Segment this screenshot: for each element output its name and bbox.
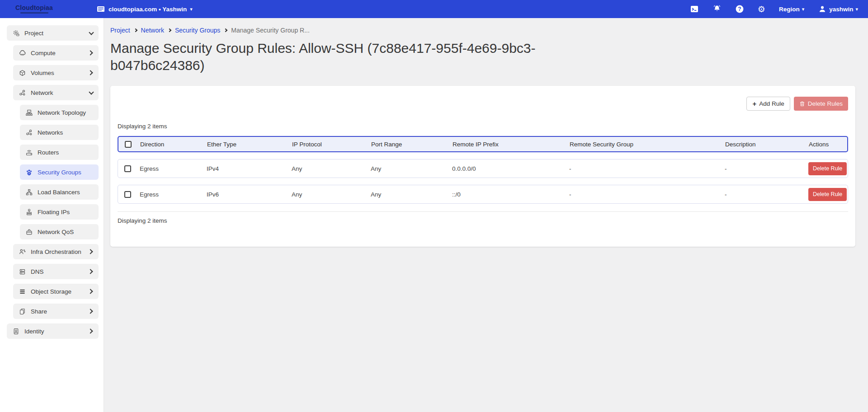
domain-project-label: cloudtopiaa.com • Yashwin [108,6,187,13]
dns-icon [19,268,26,276]
breadcrumb-project[interactable]: Project [110,27,130,34]
brand-logo-tagline [20,12,48,14]
user-menu[interactable]: yashwin ▾ [818,5,858,14]
sidebar-item-label: Network QoS [38,229,74,235]
cell-direction: Egress [140,191,207,198]
sidebar-navigation: Project Compute Volumes Network [0,18,104,412]
cell-remote-ip-prefix: ::/0 [452,191,569,198]
chevron-down-icon: ▾ [190,7,193,12]
chevron-down-icon [89,89,94,94]
sidebar-item-floating-ips[interactable]: Floating IPs [20,204,99,220]
sidebar-item-label: Network [31,89,53,96]
sidebar-item-label: Networks [38,129,63,136]
sidebar-item-share[interactable]: Share [13,304,99,319]
table-row: Egress IPv6 Any Any ::/0 - - Delete Rule [118,185,848,204]
add-rule-button[interactable]: + Add Rule [746,97,790,111]
sidebar-item-object-storage[interactable]: Object Storage [13,284,99,299]
column-header-remote-security-group: Remote Security Group [570,141,725,148]
breadcrumb-security-groups[interactable]: Security Groups [175,27,220,34]
sidebar-item-dns[interactable]: DNS [13,264,99,279]
chevron-down-icon: ▾ [855,7,858,12]
sidebar-item-label: Identity [24,328,44,335]
brand-logo-text: Cloudtopiaa [15,5,53,11]
top-navigation-bar: Cloudtopiaa cloudtopiaa.com • Yashwin ▾ … [0,0,868,18]
sidebar-item-label: Routers [38,149,59,156]
delete-rule-button[interactable]: Delete Rule [808,188,847,201]
svg-text:?: ? [738,6,741,12]
domain-project-switcher[interactable]: cloudtopiaa.com • Yashwin ▾ [96,5,193,14]
column-header-port-range: Port Range [371,141,453,148]
topbar-actions: ? ⚙ Region ▾ yashwin ▾ [690,5,868,14]
trash-icon [799,101,805,107]
domain-list-icon [96,5,105,14]
sidebar-item-project[interactable]: Project [7,25,99,41]
sidebar-item-compute[interactable]: Compute [13,45,99,61]
breadcrumb-network[interactable]: Network [141,27,164,34]
sidebar-item-load-balancers[interactable]: Load Balancers [20,184,99,200]
cell-port-range: Any [371,191,452,198]
network-qos-icon [25,228,33,236]
chevron-right-icon [88,70,93,75]
delete-rule-button[interactable]: Delete Rule [808,162,847,175]
chevron-right-icon [133,28,137,32]
sidebar-item-security-groups[interactable]: Security Groups [20,164,99,180]
help-icon[interactable]: ? [735,5,744,14]
delete-rules-label: Delete Rules [808,100,843,107]
table-header-row: Direction Ether Type IP Protocol Port Ra… [118,136,848,152]
column-header-remote-ip-prefix: Remote IP Prefix [453,141,570,148]
chevron-right-icon [88,289,93,294]
brand-logo[interactable]: Cloudtopiaa [15,5,53,14]
sidebar-item-label: Network Topology [38,109,86,116]
delete-rules-button[interactable]: Delete Rules [794,97,848,111]
sidebar-item-label: Object Storage [31,288,71,295]
chevron-right-icon [88,50,93,55]
cell-port-range: Any [371,165,452,172]
sidebar-item-label: DNS [31,268,44,275]
terminal-icon[interactable] [690,5,699,14]
sidebar-item-label: Volumes [31,70,54,76]
routers-icon [25,149,33,156]
row-checkbox[interactable] [124,165,131,172]
sidebar-item-network-qos[interactable]: Network QoS [20,224,99,239]
chevron-down-icon [89,30,94,35]
main-content: Project Network Security Groups Manage S… [104,18,868,412]
cell-ether-type: IPv6 [207,191,292,198]
cell-direction: Egress [140,165,207,172]
bell-icon[interactable] [712,5,722,14]
sidebar-item-routers[interactable]: Routers [20,145,99,160]
sidebar-item-infra-orchestration[interactable]: Infra Orchestration [13,244,99,259]
breadcrumb: Project Network Security Groups Manage S… [110,27,855,34]
networks-icon [25,129,33,136]
sidebar-item-label: Floating IPs [38,209,70,215]
rules-toolbar: + Add Rule Delete Rules [118,97,848,111]
sidebar-item-volumes[interactable]: Volumes [13,65,99,80]
column-header-description: Description [725,141,809,148]
breadcrumb-current: Manage Security Group R... [231,27,310,34]
region-dropdown[interactable]: Region ▾ [779,6,804,13]
page-title: Manage Security Group Rules: Allow-SSH (… [110,40,590,74]
column-header-actions: Actions [809,141,847,148]
region-label: Region [779,6,800,13]
gear-icon[interactable]: ⚙ [758,5,765,14]
object-storage-icon [19,288,26,295]
sidebar-item-label: Infra Orchestration [31,248,81,255]
sidebar-item-identity[interactable]: Identity [7,323,99,339]
table-row: Egress IPv4 Any Any 0.0.0.0/0 - - Delete… [118,159,848,178]
row-checkbox[interactable] [124,191,131,198]
sidebar-item-networks[interactable]: Networks [20,125,99,140]
cell-description: - [725,165,808,172]
cell-description: - [725,191,808,198]
cell-remote-security-group: - [569,165,725,172]
select-all-checkbox[interactable] [125,141,132,148]
cell-remote-ip-prefix: 0.0.0.0/0 [452,165,569,172]
chevron-right-icon [88,249,93,254]
infra-orchestration-icon [19,248,26,256]
network-icon [19,89,26,97]
cell-ip-protocol: Any [292,165,371,172]
sidebar-item-label: Security Groups [38,169,81,176]
floating-ips-icon [25,208,33,216]
items-count-top: Displaying 2 items [118,123,848,130]
sidebar-item-network-topology[interactable]: Network Topology [20,105,99,120]
sidebar-item-network[interactable]: Network [13,85,99,100]
cell-ip-protocol: Any [292,191,371,198]
